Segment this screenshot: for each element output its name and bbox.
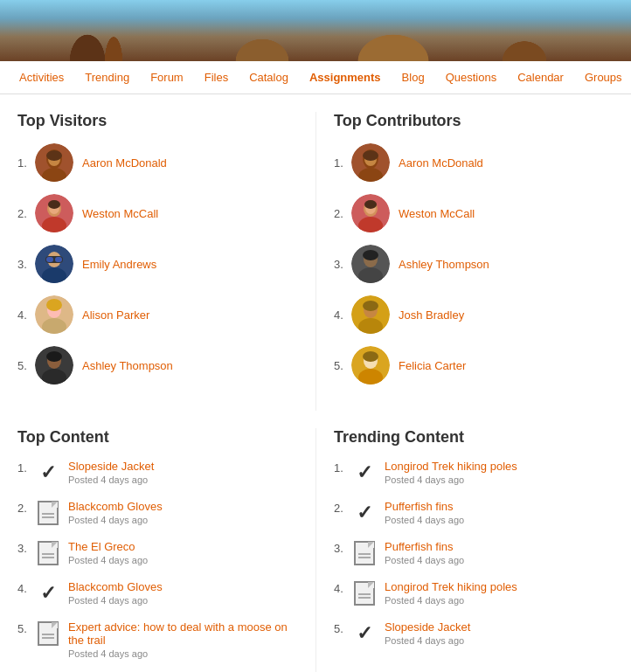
nav-trending[interactable]: Trending <box>74 61 140 94</box>
content-rank: 4. <box>334 580 351 595</box>
check-icon: ✓ <box>35 580 61 606</box>
person-rank: 3. <box>334 258 351 271</box>
trending-content-section: Trending Content 1. ✓ Longirod Trek hiki… <box>316 428 614 672</box>
list-item: 3. Ashley Thompson <box>334 245 614 283</box>
content-sections: Top Content 1. ✓ Slopeside Jacket Posted… <box>0 428 631 672</box>
person-rank: 4. <box>17 308 35 322</box>
content-meta: Posted 4 days ago <box>68 595 298 606</box>
content-title[interactable]: Slopeside Jacket <box>68 460 298 473</box>
list-item: 2. Weston McCall <box>334 194 614 232</box>
person-name[interactable]: Weston McCall <box>82 207 158 220</box>
top-content-list: 1. ✓ Slopeside Jacket Posted 4 days ago … <box>17 460 298 659</box>
person-name[interactable]: Alison Parker <box>82 308 149 322</box>
person-name[interactable]: Ashley Thompson <box>399 258 489 271</box>
content-details: Pufferfish fins Posted 4 days ago <box>385 540 614 565</box>
nav-calendar[interactable]: Calendar <box>507 61 574 94</box>
content-title[interactable]: The El Greco <box>68 540 298 553</box>
list-item: 4. Josh Bradley <box>334 295 614 334</box>
content-details: Slopeside Jacket Posted 4 days ago <box>68 460 298 485</box>
svg-rect-0 <box>0 0 631 61</box>
content-meta: Posted 4 days ago <box>385 475 614 485</box>
content-title[interactable]: Expert advice: how to deal with a moose … <box>68 620 298 647</box>
person-name[interactable]: Aaron McDonald <box>82 156 167 170</box>
hero-banner <box>0 0 631 61</box>
avatar <box>35 346 73 384</box>
content-meta: Posted 4 days ago <box>68 515 298 525</box>
content-rank: 1. <box>334 460 351 475</box>
top-content-section: Top Content 1. ✓ Slopeside Jacket Posted… <box>17 428 316 672</box>
content-title[interactable]: Pufferfish fins <box>385 540 614 553</box>
nav-activities[interactable]: Activities <box>9 61 74 94</box>
svg-rect-7 <box>66 24 82 29</box>
check-icon: ✓ <box>351 500 378 526</box>
list-item: 2. Weston McCall <box>17 194 298 232</box>
list-item: 1. Aaron McDonald <box>334 143 614 182</box>
nav-forum[interactable]: Forum <box>140 61 194 94</box>
svg-marker-3 <box>175 9 437 61</box>
top-visitors-title: Top Visitors <box>17 112 298 130</box>
nav-catalog[interactable]: Catalog <box>239 61 299 94</box>
avatar <box>35 194 73 232</box>
svg-rect-27 <box>55 257 62 262</box>
content-details: Slopeside Jacket Posted 4 days ago <box>385 620 614 646</box>
content-title[interactable]: Slopeside Jacket <box>385 620 614 634</box>
top-contributors-title: Top Contributors <box>334 112 614 130</box>
list-item: 5. ✓ Slopeside Jacket Posted 4 days ago <box>334 620 614 647</box>
content-rank: 1. <box>17 460 35 475</box>
avatar <box>351 295 390 334</box>
content-details: Expert advice: how to deal with a moose … <box>68 620 298 659</box>
document-icon <box>351 580 378 606</box>
content-title[interactable]: Blackcomb Gloves <box>68 580 298 593</box>
person-name[interactable]: Weston McCall <box>399 207 475 220</box>
person-rank: 4. <box>334 308 351 322</box>
person-name[interactable]: Felicia Carter <box>399 359 466 372</box>
content-title[interactable]: Longirod Trek hiking poles <box>385 460 614 473</box>
person-rank: 1. <box>17 156 35 170</box>
content-rank: 5. <box>334 620 351 635</box>
nav-files[interactable]: Files <box>194 61 239 94</box>
content-details: The El Greco Posted 4 days ago <box>68 540 298 565</box>
list-item: 3. The El Greco Posted 4 days ago <box>17 540 298 566</box>
main-content: Top Visitors 1. Aaron McDonald 2. Weston… <box>0 94 631 428</box>
nav-groups[interactable]: Groups <box>574 61 631 94</box>
person-name[interactable]: Aaron McDonald <box>399 156 483 170</box>
nav-questions[interactable]: Questions <box>435 61 508 94</box>
svg-rect-10 <box>129 31 144 34</box>
svg-point-40 <box>363 150 378 161</box>
avatar <box>351 245 390 283</box>
document-icon <box>35 500 61 526</box>
list-item: 4. ✓ Blackcomb Gloves Posted 4 days ago <box>17 580 298 606</box>
avatar <box>35 295 73 334</box>
content-title[interactable]: Longirod Trek hiking poles <box>385 580 614 593</box>
svg-point-35 <box>46 351 62 362</box>
document-icon <box>35 620 61 647</box>
person-rank: 5. <box>17 359 35 372</box>
check-icon: ✓ <box>351 620 378 647</box>
list-item: 5. Felicia Carter <box>334 346 614 384</box>
content-details: Blackcomb Gloves Posted 4 days ago <box>68 580 298 606</box>
list-item: 1. ✓ Longirod Trek hiking poles Posted 4… <box>334 460 614 486</box>
person-rank: 2. <box>17 207 35 220</box>
svg-point-45 <box>364 200 377 209</box>
list-item: 4. Alison Parker <box>17 295 298 334</box>
nav-blog[interactable]: Blog <box>392 61 435 94</box>
svg-rect-9 <box>140 22 144 61</box>
content-details: Longirod Trek hiking poles Posted 4 days… <box>385 580 614 606</box>
content-meta: Posted 4 days ago <box>68 475 298 485</box>
person-rank: 2. <box>334 207 351 220</box>
content-title[interactable]: Blackcomb Gloves <box>68 500 298 513</box>
content-title[interactable]: Pufferfish fins <box>385 500 614 513</box>
svg-point-16 <box>46 150 62 161</box>
content-rank: 3. <box>17 540 35 555</box>
svg-rect-11 <box>49 26 52 61</box>
person-name[interactable]: Ashley Thompson <box>82 359 173 372</box>
person-rank: 3. <box>17 258 35 271</box>
svg-marker-5 <box>437 16 631 61</box>
svg-marker-1 <box>0 17 175 61</box>
person-name[interactable]: Josh Bradley <box>399 308 464 322</box>
svg-point-49 <box>363 250 378 260</box>
list-item: 3. Pufferfish fins Posted 4 days ago <box>334 540 614 566</box>
content-rank: 3. <box>334 540 351 555</box>
person-name[interactable]: Emily Andrews <box>82 258 156 271</box>
nav-assignments[interactable]: Assignments <box>299 61 392 94</box>
